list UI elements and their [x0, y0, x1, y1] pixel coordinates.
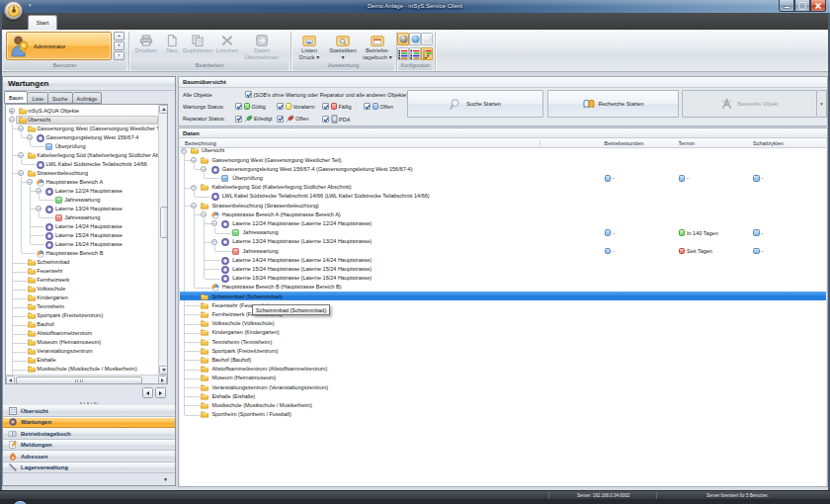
config-button-sphere-white[interactable] [421, 33, 433, 45]
checkbox-checked[interactable] [322, 103, 329, 110]
config-button-legend[interactable] [397, 47, 409, 60]
apply-icon [256, 32, 268, 46]
collapse-icon[interactable] [36, 206, 42, 211]
nav-item-lagerverwaltung[interactable]: Lagerverwaltung [3, 462, 175, 474]
windows-start-orb[interactable] [13, 501, 28, 504]
checkbox-checked[interactable] [322, 116, 329, 123]
collapse-icon[interactable] [201, 166, 207, 172]
ribbon-button-listen[interactable]: ListenDruck ▾ [293, 32, 325, 61]
status-server: Server: 192.168.0.34:6002 [577, 493, 629, 498]
collapse-icon[interactable] [27, 134, 33, 140]
tree-guide-line [204, 260, 205, 269]
daten-panel: Daten BezeichnungBetriebsstundenTerminSc… [178, 127, 828, 487]
spinner-menu-button[interactable]: ▾ [114, 51, 124, 60]
spinner-down-button[interactable]: ▼ [114, 42, 124, 50]
collapse-icon[interactable] [27, 179, 33, 185]
column-header-betriebsstunden[interactable]: Betriebsstunden [605, 140, 644, 146]
nav-item-meldungen[interactable]: Meldungen [3, 440, 175, 452]
filter-checkbox-item[interactable]: Offen [364, 103, 393, 110]
collapse-icon[interactable] [211, 220, 217, 226]
checkbox-checked[interactable] [364, 103, 371, 110]
folder-icon [201, 348, 208, 355]
wrench-icon [8, 463, 17, 472]
collapse-icon[interactable] [191, 203, 197, 209]
tree-vertical-scrollbar[interactable] [158, 105, 167, 375]
filter-checkbox-item[interactable]: Offen [277, 115, 308, 123]
filter-checkbox-item[interactable]: PDA [322, 115, 350, 124]
column-header-schaltzyklen[interactable]: Schaltzyklen [753, 140, 784, 146]
config-button-legend3[interactable] [421, 47, 433, 60]
ring-icon [221, 257, 229, 265]
ribbon-tab-start[interactable]: Start [28, 15, 57, 30]
filter-checkbox-item[interactable]: Gültig [235, 103, 266, 110]
collapse-icon[interactable] [181, 148, 187, 154]
ribbon-button-duplizieren[interactable]: Duplizieren [183, 32, 212, 54]
panel-tabs: BaumListeSucheAufträge [4, 91, 174, 104]
minimize-button[interactable] [779, 0, 794, 12]
config-button-legend2[interactable] [409, 47, 421, 60]
collapse-icon[interactable] [191, 185, 197, 191]
action-button-suche-starten[interactable]: Suche Starten [407, 90, 543, 118]
panel-tab-liste[interactable]: Liste [28, 92, 48, 104]
quick-access-toolbar-icon[interactable]: ▾ [29, 2, 36, 8]
ribbon-button-drucken[interactable]: Drucken [131, 32, 161, 54]
nav-overflow-button[interactable]: ▼ [163, 476, 168, 482]
filter-checkbox-item[interactable]: Erledigt [235, 115, 273, 123]
collapse-icon[interactable] [9, 117, 15, 123]
column-header-termin[interactable]: Termin [679, 140, 696, 146]
checkbox-checked[interactable] [277, 103, 284, 110]
tree-horizontal-scrollbar[interactable] [6, 375, 167, 383]
nav-item-adressen[interactable]: Adressen [3, 451, 175, 462]
action-button-bauwerks-objekt[interactable]: Bauwerks Objekt [682, 90, 817, 118]
spinner-up-button[interactable]: ▲ [114, 32, 124, 41]
pager-next-button[interactable] [155, 387, 166, 398]
panel-tab-baum[interactable]: Baum [4, 91, 28, 104]
config-button-sphere-blue[interactable] [409, 33, 421, 45]
collapse-icon[interactable] [18, 152, 24, 158]
collapse-icon[interactable] [211, 239, 217, 245]
group-label-benutzer: Benutzer [3, 61, 126, 70]
close-button[interactable] [810, 0, 826, 12]
current-user-button[interactable]: Administrator [6, 32, 112, 60]
panel-tab-aufträge[interactable]: Aufträge [73, 92, 103, 104]
pager-prev-button[interactable] [142, 387, 153, 398]
user-gallery-spinner: ▲ ▼ ▾ [114, 32, 124, 60]
collapse-icon[interactable] [191, 157, 197, 163]
action-button-label: Suche Starten [466, 101, 501, 107]
filter-checkbox-item[interactable]: (SOB's ohne Wartung oder Reparatur und a… [245, 91, 408, 98]
object-tree: mSyS.AQUA ObjekteÜbersichtGasversorgung … [5, 104, 168, 384]
action-button-recherche-starten[interactable]: Recherche Starten [547, 90, 679, 118]
tree-item-label: Laterne 13/24 Hauptstrasse [55, 205, 123, 213]
filter-checkbox-item[interactable]: Fällig [322, 103, 352, 110]
panel-tab-suche[interactable]: Suche [48, 92, 73, 104]
column-header-bezeichnung[interactable]: Bezeichnung [185, 140, 216, 146]
ribbon-button-betriebs[interactable]: Betriebs-tagebuch ▾ [361, 32, 394, 61]
collapse-icon[interactable] [18, 170, 24, 176]
ribbon-button-neu[interactable]: Neu [161, 32, 183, 54]
nav-item-übersicht[interactable]: Übersicht [3, 405, 175, 417]
filter-checkbox-item[interactable]: Voralarm [277, 103, 315, 110]
checkbox-checked[interactable] [235, 103, 242, 110]
collapse-icon[interactable] [36, 188, 42, 194]
app-menu-orb[interactable] [4, 1, 23, 20]
tree-guide-line [204, 269, 205, 278]
tree-guide-line [31, 244, 44, 245]
bauwerks-objekt-dropdown[interactable]: ▼ [817, 90, 827, 118]
collapse-icon[interactable] [201, 211, 207, 217]
nav-item-betriebstagebuch[interactable]: Betriebstagebuch [3, 428, 175, 440]
checkbox-checked[interactable] [235, 116, 242, 123]
tree-item-label: Bauhof [37, 320, 53, 329]
checkbox-checked[interactable] [277, 116, 284, 123]
ribbon-button-statistiken[interactable]: Statistiken▾ [326, 32, 360, 61]
ribbon-button-daten[interactable]: DatenÜbernehmen [242, 32, 282, 61]
nav-item-wartungen[interactable]: Wartungen [3, 417, 175, 429]
collapse-icon[interactable] [18, 126, 24, 131]
config-button-sphere-gray[interactable] [397, 33, 409, 45]
folder-icon [28, 321, 36, 328]
tree-guide-line [185, 396, 201, 397]
ribbon-button-löschen[interactable]: Löschen [212, 32, 242, 54]
checkbox-checked[interactable] [245, 91, 252, 98]
maximize-button[interactable] [794, 0, 810, 12]
square-red-icon [232, 248, 239, 255]
expand-icon[interactable] [9, 108, 15, 114]
